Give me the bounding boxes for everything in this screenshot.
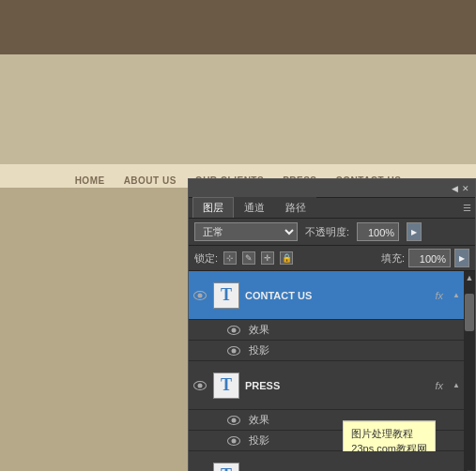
- layer-eye-press[interactable]: [192, 378, 207, 393]
- opacity-label: 不透明度:: [305, 225, 349, 239]
- layer-collapse-press[interactable]: ▲: [453, 381, 460, 389]
- fill-arrow[interactable]: ▶: [454, 249, 469, 267]
- blend-mode-select[interactable]: 正常: [194, 222, 298, 241]
- scroll-up-arrow[interactable]: ▲: [466, 273, 474, 282]
- ps-panel-titlebar: ◀ ✕: [189, 179, 475, 198]
- layer-sub-text-effect-2: 效果: [249, 413, 269, 427]
- layer-thumb-our-clients: T: [213, 463, 239, 472]
- layer-press[interactable]: T PRESS fx ▲: [189, 361, 464, 410]
- tab-paths[interactable]: 路径: [275, 197, 316, 218]
- layer-sub-shadow-1: 投影: [189, 341, 464, 361]
- layer-sub-eye-2[interactable]: [226, 413, 241, 428]
- eye-icon-contact-us: [193, 291, 207, 300]
- opacity-value[interactable]: 100%: [357, 222, 399, 241]
- layers-scrollbar[interactable]: ▲ ▼: [464, 271, 475, 471]
- website-preview: HOME ABOUT US OUR CLIENTS PRESS CONTACT …: [0, 0, 476, 188]
- panel-options-icon[interactable]: ☰: [463, 203, 471, 213]
- layer-sub-shadow-2: 投影 图片处理教程 23ps.com教程网: [189, 431, 464, 451]
- nav-about-us[interactable]: ABOUT US: [124, 175, 177, 186]
- layer-thumb-press: T: [213, 372, 239, 399]
- layer-our-clients[interactable]: T OUR CLIENTS fx ▲: [189, 451, 464, 471]
- tab-layers[interactable]: 图层: [192, 197, 234, 218]
- banner-area: [0, 0, 476, 54]
- layer-contact-us[interactable]: T CONTACT US fx ▲: [189, 271, 464, 320]
- titlebar-controls: ◀ ✕: [452, 184, 469, 193]
- opacity-arrow[interactable]: ▶: [407, 222, 422, 241]
- layer-sub-effect-1: 效果: [189, 320, 464, 341]
- panel-collapse-btn[interactable]: ◀: [452, 184, 458, 193]
- layer-sub-text-effect-1: 效果: [249, 323, 269, 337]
- fill-area: 填充: 100% ▶: [381, 249, 469, 267]
- layer-sub-eye-1[interactable]: [226, 323, 241, 338]
- ps-panel-tabs: 图层 通道 路径 ☰: [189, 198, 475, 219]
- lock-paint-icon[interactable]: ✎: [242, 251, 255, 265]
- eye-icon-shadow-1: [227, 346, 240, 356]
- tab-channels[interactable]: 通道: [234, 197, 275, 218]
- blend-opacity-row: 正常 不透明度: 100% ▶: [189, 219, 475, 246]
- layer-fx-contact-us[interactable]: fx: [436, 290, 444, 301]
- layer-thumb-contact-us: T: [213, 282, 239, 309]
- layers-inner: T CONTACT US fx ▲ 效果 投影: [189, 271, 464, 471]
- nav-home[interactable]: HOME: [75, 175, 105, 186]
- tooltip-line1: 图片处理教程: [351, 425, 427, 441]
- layer-sub-text-shadow-1: 投影: [249, 343, 269, 357]
- eye-icon-sub-2: [227, 416, 240, 425]
- layers-scroll-area: T CONTACT US fx ▲ 效果 投影: [189, 271, 475, 471]
- layer-eye-our-clients[interactable]: [192, 468, 207, 472]
- lock-label: 锁定:: [194, 251, 218, 266]
- layer-eye-contact-us[interactable]: [192, 288, 207, 303]
- lock-move-icon[interactable]: ⊹: [223, 251, 237, 265]
- layer-sub-eye-shadow-2[interactable]: [226, 433, 241, 448]
- lock-fill-row: 锁定: ⊹ ✎ ✛ 🔒 填充: 100% ▶: [189, 246, 475, 271]
- eye-icon-sub-1: [227, 326, 240, 335]
- layer-collapse-contact-us[interactable]: ▲: [453, 291, 460, 299]
- fill-label: 填充:: [381, 251, 405, 266]
- lock-all-icon[interactable]: 🔒: [280, 251, 293, 265]
- scroll-thumb[interactable]: [465, 294, 474, 331]
- eye-icon-press: [193, 381, 207, 390]
- layer-fx-press[interactable]: fx: [436, 380, 444, 391]
- lock-position-icon[interactable]: ✛: [261, 251, 274, 265]
- layer-name-contact-us: CONTACT US: [245, 290, 430, 301]
- eye-icon-shadow-2: [227, 436, 240, 446]
- layer-sub-text-shadow-2: 投影: [249, 433, 269, 448]
- ps-layers-panel: ◀ ✕ 图层 通道 路径 ☰ 正常 不透明度: 100% ▶ 锁定: ⊹ ✎ ✛…: [188, 178, 476, 471]
- panel-menu-btn[interactable]: ✕: [462, 184, 469, 193]
- fill-value[interactable]: 100%: [408, 249, 451, 267]
- layer-name-press: PRESS: [245, 380, 430, 391]
- layer-sub-eye-shadow-1[interactable]: [226, 343, 241, 358]
